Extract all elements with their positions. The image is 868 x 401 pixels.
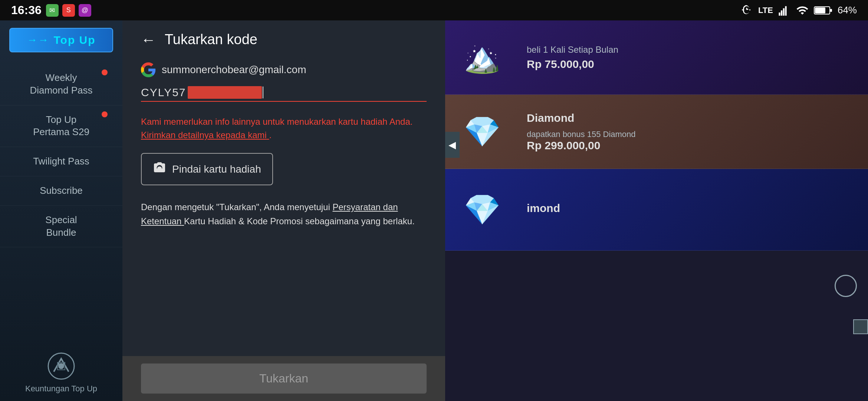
battery-icon — [814, 5, 832, 16]
card2-bonus: dapatkan bonus 155 Diamond — [527, 130, 861, 139]
main-content: ← Tukarkan kode summonerchobear@gmail.co… — [122, 20, 445, 401]
alarm-icon — [740, 4, 753, 17]
battery-percent: 64% — [838, 4, 857, 16]
top-up-label: Top Up — [53, 34, 95, 46]
card2-title: Diamond — [527, 112, 861, 124]
google-icon — [141, 62, 156, 77]
product-card-1[interactable]: 🏔️ beli 1 Kali Setiap Bulan Rp 75.000,00 — [445, 20, 868, 95]
card3-image: 💎 — [445, 169, 519, 250]
card1-image: 🏔️ — [445, 20, 519, 94]
svg-rect-0 — [779, 12, 780, 16]
right-panel: ◀ 🏔️ beli 1 Kali Setiap Bulan Rp 75.000,… — [445, 20, 868, 401]
sidebar-item-label: Subscribe — [7, 185, 115, 197]
account-row: summonerchobear@gmail.com — [141, 62, 427, 77]
sidebar-item-label: Twilight Pass — [7, 155, 115, 168]
svg-rect-5 — [830, 9, 832, 12]
svg-point-8 — [58, 363, 64, 369]
sidebar-item-twilight-pass[interactable]: Twilight Pass — [0, 147, 122, 176]
error-text: Kami memerlukan info lainnya untuk menuk… — [141, 117, 412, 127]
msg-icon: ✉ — [46, 4, 59, 17]
keuntungan-icon — [46, 351, 76, 381]
error-period: . — [269, 130, 272, 140]
card1-info: beli 1 Kali Setiap Bulan Rp 75.000,00 — [519, 20, 868, 94]
square-button[interactable] — [853, 319, 868, 334]
app-icon: @ — [79, 4, 91, 17]
product-card-3[interactable]: 💎 imond — [445, 169, 868, 251]
status-icons: ✉ S @ — [46, 4, 91, 17]
sidebar-bottom-label: Keuntungan Top Up — [25, 384, 97, 394]
status-time: 16:36 — [11, 3, 42, 17]
page-title: Tukarkan kode — [165, 32, 257, 48]
card2-info: Diamond dapatkan bonus 155 Diamond Rp 29… — [519, 95, 868, 169]
error-message: Kami memerlukan info lainnya untuk menuk… — [141, 115, 427, 142]
sidebar-menu: WeeklyDiamond Pass Top UpPertama S29 Twi… — [0, 63, 122, 247]
card1-subtitle: beli 1 Kali Setiap Bulan — [527, 45, 861, 55]
svg-rect-6 — [815, 7, 825, 13]
wifi-icon — [796, 4, 809, 17]
arrow-left-icon: ◀ — [448, 139, 456, 151]
left-sidebar: →→ Top Up WeeklyDiamond Pass Top UpPerta… — [0, 20, 122, 401]
status-bar-right: LTE 64% — [740, 4, 857, 17]
camera-icon — [153, 161, 166, 177]
terms-suffix: Kartu Hadiah & Kode Promosi sebagaimana … — [184, 216, 415, 226]
svg-rect-3 — [785, 6, 786, 15]
signal-icon — [778, 4, 791, 17]
sidebar-item-subscribe[interactable]: Subscribe — [0, 176, 122, 206]
account-email: summonerchobear@gmail.com — [162, 64, 306, 76]
sidebar-item-weekly-diamond-pass[interactable]: WeeklyDiamond Pass — [0, 63, 122, 105]
product-card-2[interactable]: 💎 Diamond dapatkan bonus 155 Diamond Rp … — [445, 95, 868, 169]
sidebar-item-label: WeeklyDiamond Pass — [7, 72, 115, 97]
sidebar-item-label: Top UpPertama S29 — [7, 114, 115, 139]
svg-rect-1 — [781, 10, 782, 16]
sidebar-item-top-up-pertama[interactable]: Top UpPertama S29 — [0, 105, 122, 147]
status-bar-left: 16:36 ✉ S @ — [11, 3, 91, 17]
sidebar-item-label: SpecialBundle — [7, 214, 115, 239]
terms-prefix: Dengan mengetuk "Tukarkan", Anda menyetu… — [141, 202, 330, 212]
back-button[interactable]: ← — [141, 32, 156, 47]
svg-rect-2 — [783, 8, 785, 16]
card3-title: imond — [527, 202, 861, 215]
top-up-button[interactable]: →→ Top Up — [9, 28, 113, 52]
lte-icon: LTE — [758, 6, 773, 15]
code-input-wrapper[interactable]: CYLY57 — [141, 86, 427, 102]
submit-label: Tukarkan — [259, 372, 308, 385]
notification-dot — [102, 69, 108, 75]
status-right-icons: LTE 64% — [740, 4, 857, 17]
card1-price: Rp 75.000,00 — [527, 58, 861, 71]
sidebar-bottom: Keuntungan Top Up — [25, 351, 97, 394]
scan-button-label: Pindai kartu hadiah — [172, 163, 261, 175]
error-link[interactable]: Kirimkan detailnya kepada kami — [141, 130, 269, 140]
scan-button[interactable]: Pindai kartu hadiah — [141, 153, 273, 185]
terms-text: Dengan mengetuk "Tukarkan", Anda menyetu… — [141, 200, 419, 229]
submit-button-container: Tukarkan — [122, 356, 445, 401]
page-header: ← Tukarkan kode — [141, 32, 427, 48]
status-bar: 16:36 ✉ S @ LTE — [0, 0, 868, 20]
shop-icon: S — [62, 4, 75, 17]
sidebar-item-special-bundle[interactable]: SpecialBundle — [0, 206, 122, 248]
circle-button[interactable] — [835, 275, 857, 297]
card2-price: Rp 299.000,00 — [527, 139, 861, 152]
top-up-arrow-icon: →→ — [27, 34, 49, 46]
notification-dot — [102, 111, 108, 117]
submit-button[interactable]: Tukarkan — [141, 363, 427, 394]
panel-arrow-button[interactable]: ◀ — [445, 132, 460, 158]
card3-info: imond — [519, 169, 868, 250]
